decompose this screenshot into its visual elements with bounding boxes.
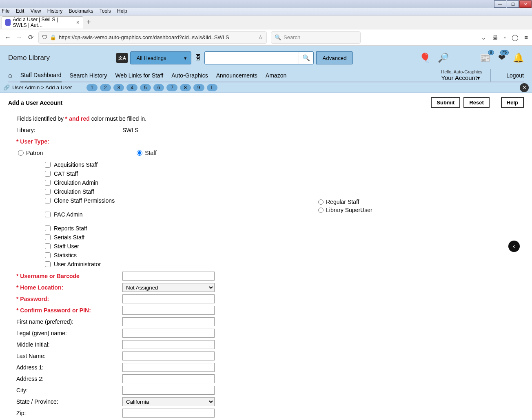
language-icon[interactable]: 文A bbox=[116, 53, 128, 63]
news-icon[interactable]: 📰6 bbox=[480, 53, 491, 63]
step-pill[interactable]: 7 bbox=[166, 84, 177, 91]
field-input[interactable] bbox=[122, 294, 215, 303]
breadcrumb[interactable]: User Admin > Add a User bbox=[12, 84, 72, 91]
perm-checkbox[interactable]: Circulation Admin bbox=[45, 178, 520, 187]
reset-button[interactable]: Reset bbox=[463, 97, 489, 108]
radio-staff[interactable]: Staff bbox=[137, 150, 157, 156]
field-input[interactable] bbox=[122, 409, 215, 418]
inspect-icon[interactable]: 🔎 bbox=[438, 53, 449, 63]
field-input[interactable] bbox=[122, 351, 215, 360]
perm-checkbox[interactable]: Reports Staff bbox=[45, 224, 520, 233]
field-label: * Username or Barcode bbox=[16, 273, 122, 279]
step-pill[interactable]: 1 bbox=[86, 84, 98, 91]
page-header: Add a User Account Submit Reset Help bbox=[0, 93, 532, 112]
field-label: * Home Location: bbox=[16, 284, 122, 291]
browser-search[interactable]: 🔍 Search bbox=[271, 31, 361, 44]
library-value: SWLS bbox=[122, 127, 139, 133]
menu-view[interactable]: View bbox=[31, 8, 41, 14]
account-block[interactable]: Hello, Auto-Graphics Your Account▾ bbox=[441, 69, 491, 82]
help-button[interactable]: Help bbox=[501, 97, 524, 108]
database-icon[interactable]: 🗄 bbox=[194, 54, 202, 62]
ext1-icon[interactable]: ▫ bbox=[504, 34, 506, 41]
browser-menubar[interactable]: File Edit View History Bookmarks Tools H… bbox=[0, 8, 532, 15]
print-icon[interactable]: 🖶 bbox=[492, 34, 498, 41]
field-label: First name (preferred): bbox=[16, 318, 122, 325]
field-input[interactable] bbox=[122, 317, 215, 326]
field-input[interactable] bbox=[122, 329, 215, 338]
advanced-button[interactable]: Advanced bbox=[316, 51, 352, 64]
bookmark-star-icon[interactable]: ☆ bbox=[258, 34, 263, 40]
lock-icon: 🔒 bbox=[50, 34, 56, 40]
menu-file[interactable]: File bbox=[2, 8, 9, 14]
step-pill[interactable]: 2 bbox=[100, 84, 111, 91]
perm-checkbox[interactable]: Statistics bbox=[45, 251, 520, 260]
menu-edit[interactable]: Edit bbox=[16, 8, 24, 14]
reload-icon[interactable]: ⟳ bbox=[27, 33, 34, 41]
perm-checkbox[interactable]: Clone Staff Permissions bbox=[45, 196, 520, 205]
step-pill[interactable]: L bbox=[207, 84, 218, 91]
nav-staff-dashboard[interactable]: Staff Dashboard bbox=[20, 69, 62, 83]
link-icon: 🔗 bbox=[3, 84, 10, 91]
nav-web-links[interactable]: Web Links for Staff bbox=[115, 69, 163, 82]
perm-checkbox[interactable]: Circulation Staff bbox=[45, 187, 520, 196]
menu-bookmarks[interactable]: Bookmarks bbox=[69, 8, 93, 14]
perm-checkbox[interactable]: Serials Staff bbox=[45, 233, 520, 242]
perm-checkbox[interactable]: Staff User bbox=[45, 242, 520, 251]
browser-tab[interactable]: Add a User | SWLS | SWLS | Aut… × bbox=[2, 16, 83, 29]
menu-history[interactable]: History bbox=[47, 8, 62, 14]
step-pill[interactable]: 6 bbox=[153, 84, 164, 91]
radio-patron[interactable]: Patron bbox=[18, 150, 43, 156]
forward-icon[interactable]: → bbox=[16, 34, 23, 41]
step-pill[interactable]: 4 bbox=[126, 84, 137, 91]
catalog-search-input[interactable] bbox=[205, 52, 299, 64]
step-pill[interactable]: 9 bbox=[193, 84, 204, 91]
new-tab-button[interactable]: + bbox=[86, 18, 91, 27]
close-icon[interactable]: ✕ bbox=[520, 83, 529, 92]
staff-permissions-list: Acquisitions StaffCAT StaffCirculation A… bbox=[45, 159, 520, 270]
field-input[interactable] bbox=[122, 340, 215, 349]
menu-tools[interactable]: Tools bbox=[100, 8, 111, 14]
field-input[interactable] bbox=[122, 272, 215, 281]
back-icon[interactable]: ← bbox=[4, 34, 11, 41]
catalog-search: 🔍 bbox=[204, 51, 314, 64]
field-input[interactable] bbox=[122, 386, 215, 395]
window-maximize[interactable]: ☐ bbox=[507, 0, 519, 8]
field-input[interactable] bbox=[122, 363, 215, 372]
url-bar[interactable]: 🛡 🔒 https://qa-swls-verso.auto-graphics.… bbox=[38, 31, 267, 44]
logout-link[interactable]: Logout bbox=[499, 72, 524, 79]
step-pill[interactable]: 5 bbox=[140, 84, 151, 91]
catalog-search-button[interactable]: 🔍 bbox=[299, 51, 313, 64]
heart-icon[interactable]: ❤F9 bbox=[498, 53, 505, 63]
submit-button[interactable]: Submit bbox=[431, 97, 460, 108]
shield-icon[interactable]: 🛡 bbox=[42, 34, 47, 40]
home-icon[interactable]: ⌂ bbox=[8, 72, 12, 79]
tab-close-icon[interactable]: × bbox=[76, 19, 80, 26]
field-label: * Password: bbox=[16, 296, 122, 302]
menu-help[interactable]: Help bbox=[117, 8, 127, 14]
balloon-icon[interactable]: 🎈 bbox=[419, 53, 430, 63]
window-minimize[interactable]: — bbox=[494, 0, 506, 8]
field-input[interactable] bbox=[122, 306, 215, 315]
radio-regular-staff[interactable]: Regular Staff bbox=[318, 198, 372, 206]
chevron-left-icon[interactable]: ‹ bbox=[508, 241, 520, 252]
nav-auto-graphics[interactable]: Auto-Graphics bbox=[171, 69, 208, 82]
step-pill[interactable]: 8 bbox=[180, 84, 191, 91]
field-input[interactable] bbox=[122, 374, 215, 383]
nav-search-history[interactable]: Search History bbox=[70, 69, 107, 82]
nav-amazon[interactable]: Amazon bbox=[266, 69, 286, 82]
nav-announcements[interactable]: Announcements bbox=[216, 69, 257, 82]
bell-icon[interactable]: 🔔 bbox=[513, 53, 524, 63]
field-select[interactable]: California bbox=[122, 397, 215, 406]
field-select[interactable]: Not Assigned bbox=[122, 283, 215, 292]
perm-checkbox[interactable]: CAT Staff bbox=[45, 169, 520, 178]
ext2-icon[interactable]: ◯ bbox=[512, 34, 519, 41]
radio-library-superuser[interactable]: Library SuperUser bbox=[318, 206, 372, 214]
step-pill[interactable]: 3 bbox=[113, 84, 124, 91]
perm-checkbox[interactable]: Acquisitions Staff bbox=[45, 160, 520, 169]
headings-dropdown[interactable]: All Headings bbox=[130, 51, 191, 64]
window-close[interactable]: ✕ bbox=[519, 0, 532, 8]
hamburger-icon[interactable]: ≡ bbox=[524, 34, 528, 41]
perm-checkbox[interactable]: PAC Admin bbox=[45, 210, 520, 219]
pocket-icon[interactable]: ⌄ bbox=[481, 34, 486, 41]
perm-checkbox[interactable]: User Administrator bbox=[45, 260, 520, 269]
